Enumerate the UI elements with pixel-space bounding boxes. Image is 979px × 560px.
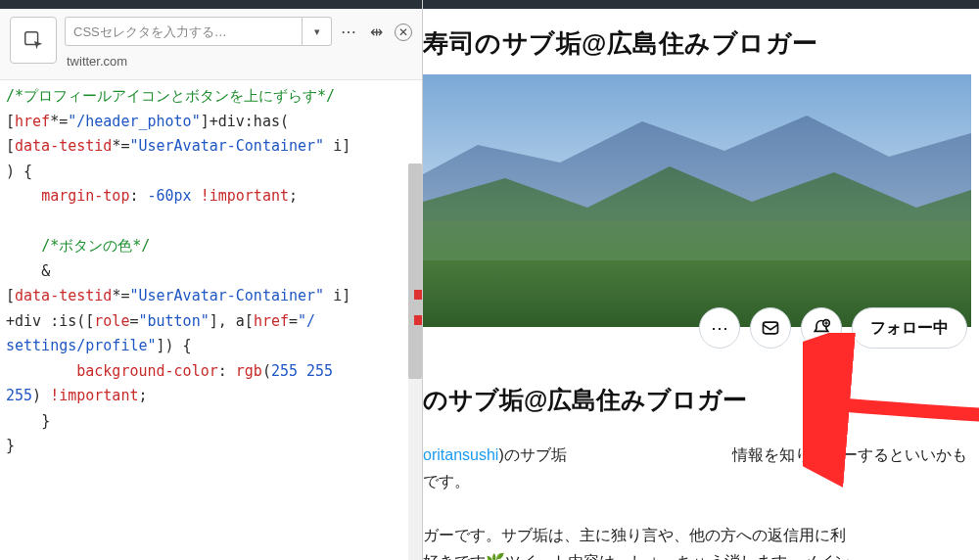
chevron-down-icon: ▾ bbox=[314, 25, 320, 38]
profile-bio: oritansushi)のサブ垢 情報を知りたいーするといいかもです。 ガーです… bbox=[423, 442, 979, 560]
bell-plus-icon bbox=[812, 318, 831, 338]
more-button[interactable]: ⋯ bbox=[699, 307, 740, 349]
selector-dropdown-button[interactable]: ▾ bbox=[303, 17, 332, 46]
page-preview: 寿司のサブ垢@広島住みブロガー ⋯ フォロー中 bbox=[423, 0, 979, 560]
notify-button[interactable] bbox=[801, 307, 842, 349]
css-code-editor[interactable]: /*プロフィールアイコンとボタンを上にずらす*/ [href*="/header… bbox=[0, 80, 422, 560]
message-button[interactable] bbox=[750, 307, 791, 349]
code-content: /*プロフィールアイコンとボタンを上にずらす*/ [href*="/header… bbox=[6, 84, 418, 459]
close-icon[interactable]: ✕ bbox=[395, 23, 412, 41]
profile-banner[interactable] bbox=[423, 74, 971, 327]
devtools-toolbar: ▾ twitter.com ⋯ ⇹ ✕ bbox=[0, 9, 422, 80]
bio-link[interactable]: oritansushi bbox=[423, 446, 498, 463]
profile-actions: ⋯ フォロー中 bbox=[699, 307, 967, 349]
more-icon[interactable]: ⋯ bbox=[340, 23, 357, 41]
scrollbar[interactable] bbox=[408, 163, 422, 560]
follow-button[interactable]: フォロー中 bbox=[852, 307, 967, 349]
page-title: 寿司のサブ垢@広島住みブロガー bbox=[423, 9, 979, 65]
leaf-icon: 🌿 bbox=[486, 553, 505, 560]
dots-icon: ⋯ bbox=[711, 317, 728, 339]
dock-side-icon[interactable]: ⇹ bbox=[367, 23, 385, 41]
css-selector-input[interactable] bbox=[65, 17, 303, 46]
element-picker-icon bbox=[23, 29, 44, 51]
profile-display-name: のサブ垢@広島住みブロガー bbox=[423, 384, 979, 416]
svg-rect-1 bbox=[764, 322, 778, 334]
site-label: twitter.com bbox=[65, 54, 332, 69]
devtools-pane: ▾ twitter.com ⋯ ⇹ ✕ /*プロフィールアイコンとボタンを上にず… bbox=[0, 0, 423, 560]
envelope-icon bbox=[761, 318, 780, 338]
element-picker-button[interactable] bbox=[10, 17, 57, 64]
